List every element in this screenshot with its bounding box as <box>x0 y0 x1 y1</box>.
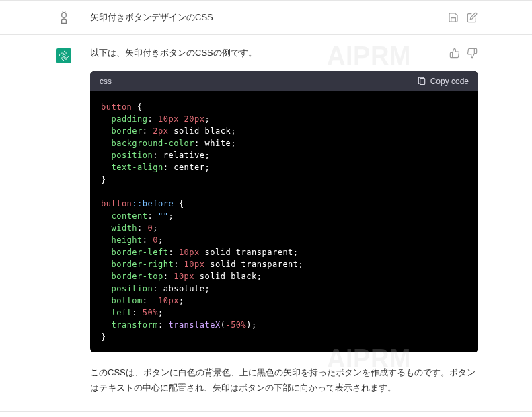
code-content: button { padding: 10px 20px; border: 2px… <box>90 91 478 352</box>
conversation-header: 矢印付きボタンデザインのCSS <box>0 1 532 35</box>
assistant-avatar <box>56 48 71 63</box>
copy-code-label: Copy code <box>430 77 469 86</box>
code-block: css Copy code button { padding: 10px 20p… <box>90 71 478 352</box>
svg-rect-2 <box>420 78 424 84</box>
code-language-label: css <box>100 77 112 86</box>
thumbs-up-icon[interactable] <box>449 47 461 59</box>
conversation-title: 矢印付きボタンデザインのCSS <box>90 11 436 24</box>
user-avatar <box>56 10 71 25</box>
svg-point-0 <box>62 13 67 18</box>
assistant-message: AIPRM AIPRM 以下は、矢印付きボタンのCSSの例です。 css Cop… <box>0 35 532 408</box>
clipboard-icon <box>417 77 426 86</box>
save-icon[interactable] <box>447 11 459 24</box>
thumbs-down-icon[interactable] <box>466 47 478 59</box>
edit-icon[interactable] <box>466 11 478 24</box>
message-explanation: このCSSは、ボタンに白色の背景色、上に黒色の矢印を持ったボタンを作成するもので… <box>90 365 478 396</box>
code-header: css Copy code <box>90 71 478 91</box>
message-intro: 以下は、矢印付きボタンのCSSの例です。 <box>90 47 478 59</box>
copy-code-button[interactable]: Copy code <box>417 77 469 86</box>
svg-point-1 <box>63 54 65 57</box>
